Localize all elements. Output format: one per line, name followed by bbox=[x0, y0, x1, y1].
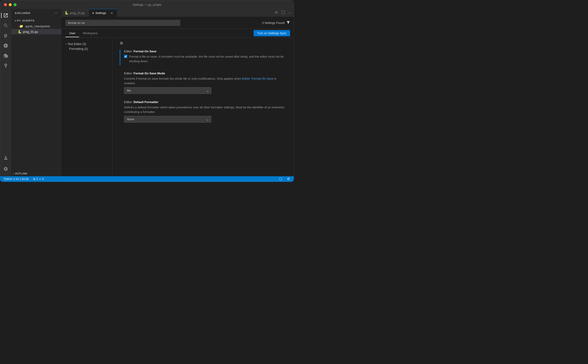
tab-close-button[interactable]: ✕ bbox=[110, 11, 114, 15]
errors-count: 0 bbox=[36, 177, 38, 181]
tab-settings-icon: ≡ bbox=[92, 11, 94, 15]
split-editor-button[interactable] bbox=[274, 10, 279, 16]
setting-title-bold: Default Formatter bbox=[133, 100, 158, 104]
folder-icon: 📁 bbox=[19, 24, 23, 28]
remote-button[interactable] bbox=[278, 176, 283, 182]
tree-item-prog01[interactable]: 🐍 prog_01.py bbox=[11, 29, 62, 34]
vscode-window: Settings — py_scripts bbox=[0, 0, 294, 182]
default-formatter-dropdown[interactable]: None bbox=[124, 116, 211, 123]
outline-section[interactable]: › OUTLINE bbox=[11, 171, 62, 176]
setting-title-format-on-save-mode: Editor: Format On Save Mode bbox=[124, 72, 286, 75]
setting-title-prefix: Editor: bbox=[124, 100, 133, 104]
settings-search-bar: 3 Settings Found bbox=[62, 17, 294, 29]
status-bar: Python 3.10.1 64-bit ⊗ 0 ⚠ 0 bbox=[0, 176, 294, 182]
activity-search[interactable] bbox=[1, 21, 10, 30]
settings-body: ▾ Text Editor (3) Formatting (2) bbox=[62, 38, 294, 176]
settings-nav: ▾ Text Editor (3) Formatting (2) bbox=[62, 38, 112, 176]
project-name: PY_SCRIPTS bbox=[17, 19, 34, 22]
project-root[interactable]: ▾ PY_SCRIPTS bbox=[11, 18, 62, 23]
traffic-lights bbox=[4, 3, 17, 6]
warnings-count: 0 bbox=[42, 177, 44, 181]
setting-checkbox-row: Format a file on save. A formatter must … bbox=[124, 54, 286, 65]
filter-icon[interactable] bbox=[286, 21, 290, 25]
settings-found: 3 Settings Found bbox=[262, 21, 290, 25]
desc-before: Controls if format on save formats the w… bbox=[124, 77, 242, 80]
python-version-item[interactable]: Python 3.10.1 64-bit bbox=[3, 176, 29, 182]
notification-button[interactable] bbox=[286, 176, 291, 182]
setting-group-header bbox=[120, 41, 286, 46]
sidebar-tree: ▾ PY_SCRIPTS › 📁 .ipynb_checkpoints 🐍 pr… bbox=[11, 17, 62, 171]
error-icon: ⊗ bbox=[33, 177, 35, 181]
python-file-icon: 🐍 bbox=[18, 30, 22, 33]
desc-link[interactable]: Editor: Format On Save bbox=[242, 77, 274, 80]
more-actions-button[interactable]: ··· bbox=[288, 10, 292, 16]
activity-bar bbox=[0, 9, 11, 176]
outline-arrow: › bbox=[13, 172, 14, 175]
settings-content: 3 Settings Found User Workspace Turn on … bbox=[62, 17, 294, 176]
tree-item-checkpoints[interactable]: › 📁 .ipynb_checkpoints bbox=[11, 23, 62, 29]
sidebar: Explorer ··· ▾ PY_SCRIPTS › 📁 .ipynb_che… bbox=[11, 9, 62, 176]
default-formatter-dropdown-wrapper: None bbox=[124, 116, 211, 123]
minimize-button[interactable] bbox=[9, 3, 12, 6]
collapse-arrow: ▾ bbox=[15, 20, 16, 22]
editor-area: 🐍 prog_01.py ≡ Settings ✕ ··· bbox=[62, 9, 294, 176]
maximize-button[interactable] bbox=[13, 3, 17, 6]
setting-title-bold: Format On Save bbox=[133, 50, 156, 53]
settings-tabs: User Workspace Turn on Settings Sync bbox=[62, 29, 294, 38]
activity-run-debug[interactable] bbox=[1, 41, 10, 50]
tree-item-label: prog_01.py bbox=[23, 30, 38, 33]
setting-default-formatter: Editor: Default Formatter Defines a defa… bbox=[120, 100, 286, 123]
editor-layout-button[interactable] bbox=[281, 10, 286, 16]
setting-format-on-save: Editor: Format On Save Format a file on … bbox=[120, 50, 286, 65]
activity-explorer[interactable] bbox=[1, 11, 10, 20]
tab-bar: 🐍 prog_01.py ≡ Settings ✕ ··· bbox=[62, 9, 294, 17]
setting-desc-format-on-save-mode: Controls if format on save formats the w… bbox=[124, 76, 286, 85]
activity-extensions[interactable] bbox=[1, 51, 10, 60]
tab-label: prog_01.py bbox=[70, 11, 85, 15]
tab-prog01[interactable]: 🐍 prog_01.py bbox=[62, 9, 89, 17]
setting-desc-default-formatter: Defines a default formatter which takes … bbox=[124, 105, 286, 114]
tab-settings[interactable]: ≡ Settings ✕ bbox=[89, 9, 117, 17]
setting-desc-format-on-save: Format a file on save. A formatter must … bbox=[129, 54, 286, 63]
settings-nav-formatting[interactable]: Formatting (2) bbox=[62, 47, 112, 51]
window-title: Settings — py_scripts bbox=[132, 3, 161, 6]
tab-bar-actions: ··· bbox=[272, 9, 294, 17]
activity-testing[interactable] bbox=[1, 61, 10, 71]
warning-icon: ⚠ bbox=[39, 177, 41, 181]
settings-main: Editor: Format On Save Format a file on … bbox=[112, 38, 294, 176]
setting-title-bold: Format On Save Mode bbox=[133, 72, 165, 75]
sync-button[interactable]: Turn on Settings Sync bbox=[254, 30, 290, 36]
main-layout: Explorer ··· ▾ PY_SCRIPTS › 📁 .ipynb_che… bbox=[0, 9, 294, 176]
setting-title-format-on-save: Editor: Format On Save bbox=[124, 50, 286, 53]
activity-source-control[interactable] bbox=[1, 31, 10, 40]
sidebar-header: Explorer ··· bbox=[11, 9, 62, 17]
settings-tab-group: User Workspace bbox=[66, 30, 101, 37]
setting-title-prefix: Editor: bbox=[124, 50, 133, 53]
tab-label: Settings bbox=[95, 11, 106, 15]
activity-account[interactable] bbox=[1, 153, 10, 162]
settings-nav-item-label: Text Editor (3) bbox=[67, 42, 86, 46]
status-bar-left: Python 3.10.1 64-bit ⊗ 0 ⚠ 0 bbox=[3, 176, 45, 182]
settings-search-input[interactable] bbox=[66, 20, 180, 26]
sidebar-header-actions[interactable]: ··· bbox=[54, 11, 58, 15]
errors-item[interactable]: ⊗ 0 ⚠ 0 bbox=[32, 176, 45, 182]
format-on-save-mode-dropdown-wrapper: file modifications modificationsIfAvaila… bbox=[124, 87, 211, 94]
sidebar-title: Explorer bbox=[15, 12, 30, 14]
titlebar: Settings — py_scripts bbox=[0, 0, 294, 9]
setting-title-prefix: Editor: bbox=[124, 72, 133, 75]
activity-bar-bottom bbox=[1, 153, 10, 175]
folder-arrow: › bbox=[18, 25, 18, 27]
tree-item-label: .ipynb_checkpoints bbox=[25, 25, 50, 28]
nav-collapse-arrow: ▾ bbox=[66, 43, 67, 45]
settings-tab-workspace[interactable]: Workspace bbox=[79, 30, 101, 37]
settings-found-text: 3 Settings Found bbox=[262, 21, 284, 25]
format-on-save-checkbox[interactable] bbox=[124, 55, 127, 58]
close-button[interactable] bbox=[4, 3, 7, 6]
outline-label: OUTLINE bbox=[15, 172, 27, 175]
status-bar-right bbox=[278, 176, 291, 182]
format-on-save-mode-dropdown[interactable]: file modifications modificationsIfAvaila… bbox=[124, 87, 211, 94]
setting-group-gear-icon[interactable] bbox=[120, 41, 123, 46]
activity-settings[interactable] bbox=[1, 164, 10, 174]
settings-nav-text-editor[interactable]: ▾ Text Editor (3) bbox=[62, 41, 112, 47]
settings-tab-user[interactable]: User bbox=[66, 30, 79, 37]
